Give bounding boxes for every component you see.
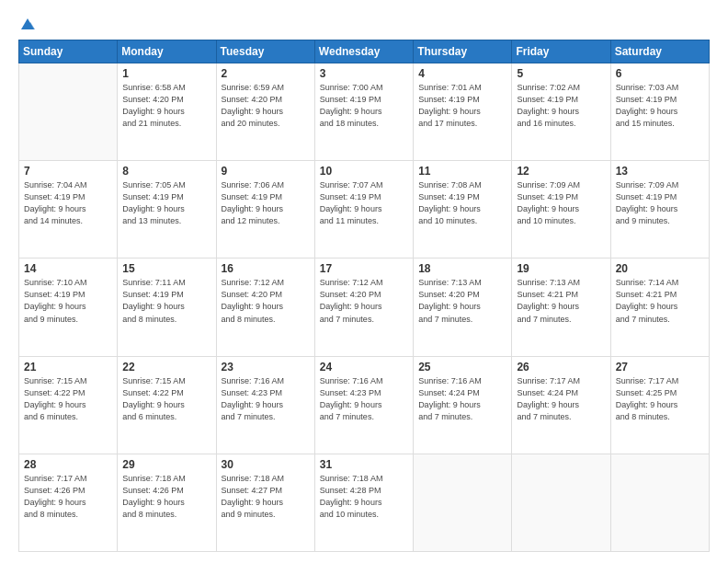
day-info: Sunrise: 7:00 AM Sunset: 4:19 PM Dayligh… — [320, 82, 408, 130]
page: SundayMondayTuesdayWednesdayThursdayFrid… — [0, 0, 728, 563]
day-number: 28 — [24, 458, 112, 471]
calendar-cell: 23Sunrise: 7:16 AM Sunset: 4:23 PM Dayli… — [216, 356, 314, 454]
calendar-cell: 4Sunrise: 7:01 AM Sunset: 4:19 PM Daylig… — [414, 63, 512, 161]
calendar-cell: 22Sunrise: 7:15 AM Sunset: 4:22 PM Dayli… — [118, 356, 216, 454]
calendar-cell: 9Sunrise: 7:06 AM Sunset: 4:19 PM Daylig… — [216, 161, 314, 259]
day-number: 7 — [24, 165, 112, 178]
day-number: 19 — [517, 262, 605, 275]
logo-icon — [19, 17, 36, 33]
calendar-cell: 24Sunrise: 7:16 AM Sunset: 4:23 PM Dayli… — [314, 356, 413, 454]
calendar-cell: 25Sunrise: 7:16 AM Sunset: 4:24 PM Dayli… — [414, 356, 512, 454]
day-info: Sunrise: 7:17 AM Sunset: 4:24 PM Dayligh… — [517, 375, 605, 423]
calendar-header-row: SundayMondayTuesdayWednesdayThursdayFrid… — [19, 40, 710, 63]
day-info: Sunrise: 7:04 AM Sunset: 4:19 PM Dayligh… — [24, 179, 112, 227]
weekday-header: Tuesday — [216, 40, 314, 63]
day-number: 13 — [616, 165, 704, 178]
day-number: 23 — [222, 361, 310, 373]
calendar-cell — [610, 454, 709, 551]
weekday-header: Friday — [512, 40, 610, 63]
calendar-cell: 16Sunrise: 7:12 AM Sunset: 4:20 PM Dayli… — [216, 259, 314, 356]
calendar-cell: 5Sunrise: 7:02 AM Sunset: 4:19 PM Daylig… — [512, 63, 610, 161]
calendar-cell: 11Sunrise: 7:08 AM Sunset: 4:19 PM Dayli… — [414, 161, 512, 259]
day-number: 27 — [616, 361, 704, 373]
day-number: 21 — [24, 361, 112, 373]
day-info: Sunrise: 7:16 AM Sunset: 4:23 PM Dayligh… — [320, 375, 408, 423]
weekday-header: Monday — [118, 40, 216, 63]
calendar-cell — [19, 63, 118, 161]
calendar-cell: 20Sunrise: 7:14 AM Sunset: 4:21 PM Dayli… — [610, 259, 709, 356]
day-info: Sunrise: 7:13 AM Sunset: 4:20 PM Dayligh… — [418, 277, 506, 325]
calendar-cell: 27Sunrise: 7:17 AM Sunset: 4:25 PM Dayli… — [610, 356, 709, 454]
weekday-header: Wednesday — [314, 40, 413, 63]
day-info: Sunrise: 7:11 AM Sunset: 4:19 PM Dayligh… — [122, 277, 210, 325]
day-info: Sunrise: 6:58 AM Sunset: 4:20 PM Dayligh… — [122, 82, 210, 130]
day-info: Sunrise: 7:05 AM Sunset: 4:19 PM Dayligh… — [122, 179, 210, 227]
day-number: 11 — [418, 165, 506, 178]
day-number: 12 — [517, 165, 605, 178]
day-number: 5 — [517, 67, 605, 80]
day-info: Sunrise: 7:16 AM Sunset: 4:24 PM Dayligh… — [418, 375, 506, 423]
day-info: Sunrise: 6:59 AM Sunset: 4:20 PM Dayligh… — [222, 82, 310, 130]
day-info: Sunrise: 7:07 AM Sunset: 4:19 PM Dayligh… — [320, 179, 408, 227]
day-info: Sunrise: 7:12 AM Sunset: 4:20 PM Dayligh… — [222, 277, 310, 325]
calendar-cell: 14Sunrise: 7:10 AM Sunset: 4:19 PM Dayli… — [19, 259, 118, 356]
weekday-header: Saturday — [610, 40, 709, 63]
day-info: Sunrise: 7:16 AM Sunset: 4:23 PM Dayligh… — [222, 375, 310, 423]
day-number: 20 — [616, 262, 704, 275]
day-number: 10 — [320, 165, 408, 178]
day-info: Sunrise: 7:18 AM Sunset: 4:28 PM Dayligh… — [320, 473, 408, 521]
day-number: 22 — [122, 361, 210, 373]
day-info: Sunrise: 7:13 AM Sunset: 4:21 PM Dayligh… — [517, 277, 605, 325]
calendar-cell: 3Sunrise: 7:00 AM Sunset: 4:19 PM Daylig… — [314, 63, 413, 161]
weekday-header: Thursday — [414, 40, 512, 63]
day-info: Sunrise: 7:06 AM Sunset: 4:19 PM Dayligh… — [222, 179, 310, 227]
calendar-cell: 1Sunrise: 6:58 AM Sunset: 4:20 PM Daylig… — [118, 63, 216, 161]
day-info: Sunrise: 7:10 AM Sunset: 4:19 PM Dayligh… — [24, 277, 112, 325]
day-info: Sunrise: 7:15 AM Sunset: 4:22 PM Dayligh… — [24, 375, 112, 423]
calendar-cell: 6Sunrise: 7:03 AM Sunset: 4:19 PM Daylig… — [610, 63, 709, 161]
day-info: Sunrise: 7:17 AM Sunset: 4:26 PM Dayligh… — [24, 473, 112, 521]
day-info: Sunrise: 7:12 AM Sunset: 4:20 PM Dayligh… — [320, 277, 408, 325]
calendar-cell: 12Sunrise: 7:09 AM Sunset: 4:19 PM Dayli… — [512, 161, 610, 259]
day-number: 14 — [24, 262, 112, 275]
calendar-cell — [414, 454, 512, 551]
calendar-cell: 8Sunrise: 7:05 AM Sunset: 4:19 PM Daylig… — [118, 161, 216, 259]
calendar-cell: 2Sunrise: 6:59 AM Sunset: 4:20 PM Daylig… — [216, 63, 314, 161]
day-number: 3 — [320, 67, 408, 80]
header — [18, 17, 710, 30]
calendar-cell — [512, 454, 610, 551]
day-number: 18 — [418, 262, 506, 275]
day-info: Sunrise: 7:09 AM Sunset: 4:19 PM Dayligh… — [616, 179, 704, 227]
calendar-cell: 29Sunrise: 7:18 AM Sunset: 4:26 PM Dayli… — [118, 454, 216, 551]
calendar-cell: 10Sunrise: 7:07 AM Sunset: 4:19 PM Dayli… — [314, 161, 413, 259]
calendar-cell: 26Sunrise: 7:17 AM Sunset: 4:24 PM Dayli… — [512, 356, 610, 454]
day-info: Sunrise: 7:02 AM Sunset: 4:19 PM Dayligh… — [517, 82, 605, 130]
day-number: 1 — [122, 67, 210, 80]
calendar-cell: 30Sunrise: 7:18 AM Sunset: 4:27 PM Dayli… — [216, 454, 314, 551]
day-number: 31 — [320, 458, 408, 471]
day-number: 17 — [320, 262, 408, 275]
weekday-header: Sunday — [19, 40, 118, 63]
day-number: 24 — [320, 361, 408, 373]
day-number: 9 — [222, 165, 310, 178]
day-number: 16 — [222, 262, 310, 275]
day-info: Sunrise: 7:01 AM Sunset: 4:19 PM Dayligh… — [418, 82, 506, 130]
day-number: 15 — [122, 262, 210, 275]
day-number: 4 — [418, 67, 506, 80]
day-number: 26 — [517, 361, 605, 373]
day-info: Sunrise: 7:08 AM Sunset: 4:19 PM Dayligh… — [418, 179, 506, 227]
calendar-cell: 21Sunrise: 7:15 AM Sunset: 4:22 PM Dayli… — [19, 356, 118, 454]
day-number: 2 — [222, 67, 310, 80]
day-info: Sunrise: 7:18 AM Sunset: 4:26 PM Dayligh… — [122, 473, 210, 521]
calendar-cell: 19Sunrise: 7:13 AM Sunset: 4:21 PM Dayli… — [512, 259, 610, 356]
calendar-cell: 13Sunrise: 7:09 AM Sunset: 4:19 PM Dayli… — [610, 161, 709, 259]
day-number: 25 — [418, 361, 506, 373]
logo — [18, 17, 36, 30]
calendar-cell: 31Sunrise: 7:18 AM Sunset: 4:28 PM Dayli… — [314, 454, 413, 551]
calendar: SundayMondayTuesdayWednesdayThursdayFrid… — [18, 40, 710, 552]
day-info: Sunrise: 7:17 AM Sunset: 4:25 PM Dayligh… — [616, 375, 704, 423]
day-info: Sunrise: 7:15 AM Sunset: 4:22 PM Dayligh… — [122, 375, 210, 423]
day-info: Sunrise: 7:18 AM Sunset: 4:27 PM Dayligh… — [222, 473, 310, 521]
calendar-cell: 15Sunrise: 7:11 AM Sunset: 4:19 PM Dayli… — [118, 259, 216, 356]
calendar-cell: 7Sunrise: 7:04 AM Sunset: 4:19 PM Daylig… — [19, 161, 118, 259]
